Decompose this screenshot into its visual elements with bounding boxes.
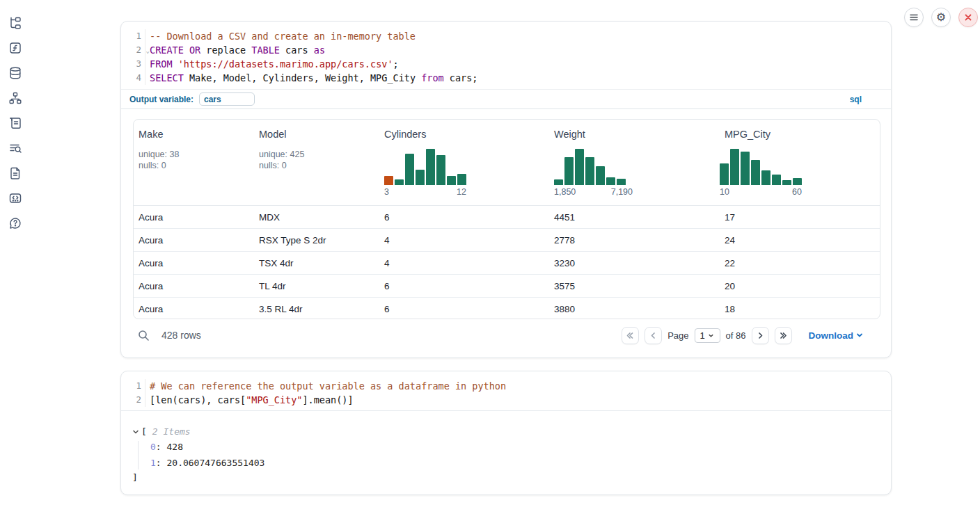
histogram-bar[interactable] — [720, 163, 729, 185]
page-select[interactable]: 1 — [695, 328, 720, 343]
column-header-make[interactable]: Make unique: 38 nulls: 0 — [134, 120, 254, 205]
code-line[interactable]: 3FROM 'https://datasets.marimo.app/cars.… — [121, 57, 891, 71]
histogram-bar[interactable] — [585, 157, 594, 185]
file-tree-icon[interactable] — [8, 15, 23, 31]
output-variable-strip: Output variable: sql — [121, 89, 891, 109]
histogram-bar[interactable] — [782, 180, 791, 185]
table-cell: Acura — [134, 258, 254, 268]
histogram-bar[interactable] — [575, 149, 584, 185]
histogram-bar[interactable] — [741, 152, 750, 185]
table-row[interactable]: Acura3.5 RL 4dr6388018 — [134, 298, 880, 319]
function-square-icon[interactable] — [8, 40, 23, 56]
table-cell: 2778 — [549, 235, 720, 246]
tree-entries: 0: 4281: 20.060747663551403 — [132, 440, 891, 471]
table-row[interactable]: AcuraTSX 4dr4323022 — [134, 252, 880, 275]
code-text: # We can reference the output variable a… — [145, 379, 506, 393]
notebook-actions: ⚙ — [904, 8, 978, 27]
code-text: SELECT Make, Model, Cylinders, Weight, M… — [145, 71, 477, 85]
code-line[interactable]: 2[len(cars), cars["MPG_City"].mean()] — [121, 393, 891, 407]
code-line[interactable]: 1-- Download a CSV and create an in-memo… — [121, 29, 891, 43]
histogram-bar[interactable] — [405, 154, 414, 185]
document-icon[interactable] — [8, 166, 23, 181]
code-line[interactable]: 4SELECT Make, Model, Cylinders, Weight, … — [121, 71, 891, 85]
histogram-bar[interactable] — [447, 176, 456, 185]
scroll-icon[interactable] — [8, 115, 23, 131]
gear-icon[interactable]: ⚙ — [931, 8, 951, 27]
list-search-icon[interactable] — [8, 140, 23, 156]
column-header-mpg-city[interactable]: MPG_City 10 60 — [720, 120, 880, 205]
histogram-bar[interactable] — [606, 177, 615, 185]
histogram-bar[interactable] — [793, 178, 802, 185]
table-footer: 428 rows Page 1 of 86 Download — [133, 322, 880, 348]
first-page-button[interactable] — [622, 327, 639, 344]
table-row[interactable]: AcuraRSX Type S 2dr4277824 — [134, 229, 880, 252]
snippets-icon[interactable] — [8, 191, 23, 206]
cylinders-histogram: 3 12 — [384, 148, 466, 197]
tree-entry: 1: 20.060747663551403 — [132, 456, 891, 472]
table-row[interactable]: AcuraTL 4dr6357520 — [134, 275, 880, 298]
language-badge: sql — [850, 95, 862, 104]
histogram-bar[interactable] — [596, 166, 605, 185]
table-cell: 6 — [379, 304, 549, 314]
last-page-button[interactable] — [775, 327, 792, 344]
previous-page-button[interactable] — [645, 327, 662, 344]
download-button[interactable]: Download — [809, 330, 864, 341]
table-cell: TSX 4dr — [254, 258, 379, 268]
next-page-button[interactable] — [752, 327, 769, 344]
histogram-bar[interactable] — [751, 160, 760, 185]
of-pages-label: of 86 — [726, 330, 746, 341]
histogram-bar[interactable] — [384, 176, 393, 185]
histogram-bar[interactable] — [617, 179, 626, 185]
line-number: 1 — [121, 29, 145, 43]
column-header-cylinders[interactable]: Cylinders 3 12 — [379, 120, 549, 205]
python-code-editor[interactable]: 1# We can reference the output variable … — [121, 371, 891, 411]
close-icon[interactable] — [958, 8, 978, 27]
entry-value: : 20.060747663551403 — [156, 458, 265, 468]
search-icon[interactable] — [138, 329, 150, 341]
data-table: Make unique: 38 nulls: 0 Model unique: 4… — [133, 119, 880, 319]
histogram-bar[interactable] — [395, 179, 404, 185]
histogram-bar[interactable] — [772, 175, 781, 185]
nulls-stat: nulls: 0 — [139, 160, 251, 171]
hist-max-label: 12 — [457, 187, 466, 197]
tree-collapse-icon[interactable] — [132, 428, 141, 435]
histogram-bar[interactable] — [426, 149, 435, 185]
sql-cell: 1-- Download a CSV and create an in-memo… — [120, 21, 892, 358]
column-header-model[interactable]: Model unique: 425 nulls: 0 — [254, 120, 379, 205]
table-cell: 3.5 RL 4dr — [254, 304, 379, 314]
table-cell: RSX Type S 2dr — [254, 235, 379, 246]
histogram-bar[interactable] — [761, 170, 770, 185]
weight-histogram: 1,850 7,190 — [554, 148, 633, 197]
database-icon[interactable] — [8, 65, 23, 81]
open-bracket: [ — [141, 424, 147, 440]
dependency-graph-icon[interactable] — [8, 90, 23, 106]
table-cell: 24 — [720, 235, 880, 246]
fold-chevron-icon[interactable]: ⌄ — [146, 44, 150, 58]
table-row[interactable]: AcuraMDX6445117 — [134, 206, 880, 229]
code-text: [len(cars), cars["MPG_City"].mean()] — [145, 393, 354, 407]
sql-code-editor[interactable]: 1-- Download a CSV and create an in-memo… — [121, 22, 891, 88]
table-cell: 4451 — [549, 212, 720, 223]
table-cell: 4 — [379, 258, 549, 268]
histogram-bar[interactable] — [564, 157, 574, 185]
hist-max-label: 60 — [792, 187, 802, 197]
output-variable-input[interactable] — [199, 92, 255, 106]
menu-icon[interactable] — [904, 8, 924, 27]
histogram-bar[interactable] — [457, 174, 466, 185]
table-cell: 3880 — [549, 304, 720, 314]
output-tree: [ 2 Items 0: 4281: 20.060747663551403 ] — [121, 411, 891, 485]
python-cell: 1# We can reference the output variable … — [120, 371, 892, 495]
histogram-bar[interactable] — [416, 170, 425, 185]
code-text: CREATE OR replace TABLE cars as — [145, 43, 325, 57]
column-header-weight[interactable]: Weight 1,850 7,190 — [549, 120, 720, 205]
table-cell: 4 — [379, 235, 549, 246]
code-line[interactable]: 2⌄CREATE OR replace TABLE cars as — [121, 43, 891, 57]
unique-stat: unique: 425 — [259, 149, 377, 160]
table-body: AcuraMDX6445117AcuraRSX Type S 2dr427782… — [134, 206, 880, 319]
histogram-bar[interactable] — [554, 179, 563, 185]
help-icon[interactable] — [8, 216, 23, 231]
entry-index: 1 — [150, 458, 156, 468]
histogram-bar[interactable] — [436, 155, 445, 185]
histogram-bar[interactable] — [730, 149, 739, 185]
code-line[interactable]: 1# We can reference the output variable … — [121, 379, 891, 393]
